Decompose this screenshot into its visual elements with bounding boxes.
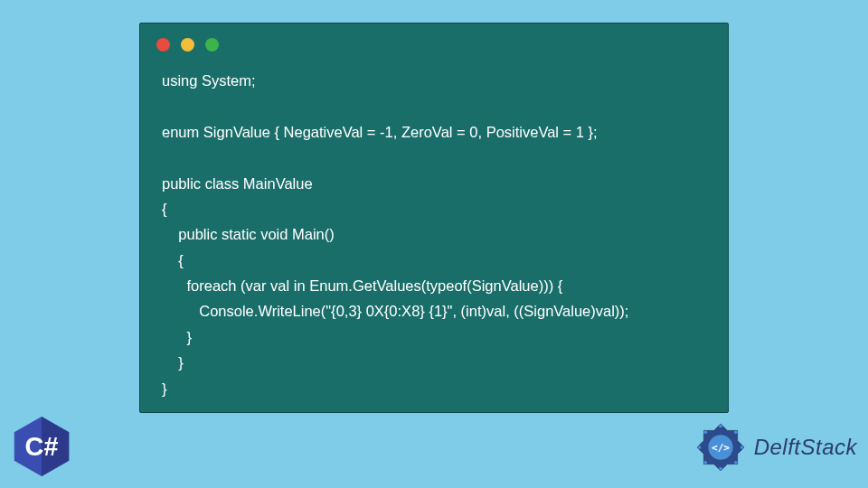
code-line: foreach (var val in Enum.GetValues(typeo… xyxy=(162,277,562,294)
code-line: { xyxy=(162,252,184,268)
svg-text:</>: </> xyxy=(712,442,730,454)
code-line: } xyxy=(162,354,184,371)
code-window: using System; enum SignValue { NegativeV… xyxy=(139,23,729,413)
maximize-icon xyxy=(205,38,219,52)
minimize-icon xyxy=(181,38,194,52)
csharp-text: C# xyxy=(25,432,59,461)
svg-point-11 xyxy=(703,430,707,434)
delftstack-brand-name: DelftStack xyxy=(754,435,857,460)
svg-point-10 xyxy=(697,446,701,449)
code-content: using System; enum SignValue { NegativeV… xyxy=(140,59,728,419)
close-icon xyxy=(156,38,170,52)
code-line: using System; xyxy=(162,72,256,89)
svg-point-7 xyxy=(734,461,738,465)
code-line: public class MainValue xyxy=(162,175,313,192)
code-line: } xyxy=(162,380,167,397)
delftstack-logo: </> DelftStack xyxy=(693,419,857,475)
window-controls xyxy=(140,23,728,59)
delftstack-icon: </> xyxy=(693,419,749,475)
svg-point-5 xyxy=(734,430,738,434)
csharp-language-badge: C# xyxy=(9,414,74,479)
svg-point-9 xyxy=(703,461,707,465)
code-line: enum SignValue { NegativeVal = -1, ZeroV… xyxy=(162,124,598,140)
svg-point-8 xyxy=(719,467,722,471)
svg-point-6 xyxy=(740,446,743,449)
code-line: public static void Main() xyxy=(162,226,335,242)
code-line: Console.WriteLine("{0,3} 0X{0:X8} {1}", … xyxy=(162,303,628,319)
code-line: { xyxy=(162,201,167,217)
svg-point-4 xyxy=(719,425,722,428)
code-line: } xyxy=(162,329,192,345)
